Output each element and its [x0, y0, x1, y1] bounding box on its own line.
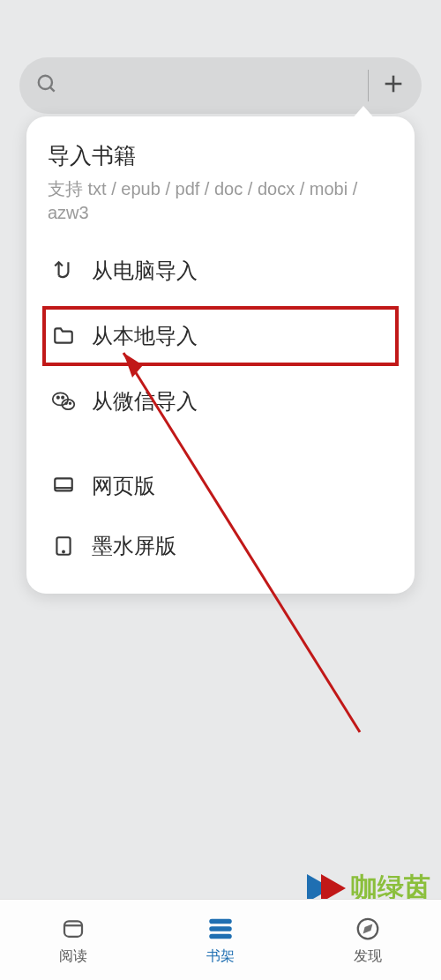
monitor-icon [51, 475, 76, 497]
svg-line-1 [50, 87, 55, 92]
svg-point-6 [57, 396, 59, 398]
nav-read[interactable]: 阅读 [59, 914, 87, 966]
option-label: 网页版 [92, 472, 155, 500]
add-icon[interactable] [381, 71, 406, 101]
svg-point-0 [39, 76, 52, 89]
popover-title: 导入书籍 [48, 141, 393, 170]
option-label: 从微信导入 [92, 387, 198, 415]
import-popover: 导入书籍 支持 txt / epub / pdf / doc / docx / … [26, 116, 415, 594]
discover-icon [355, 914, 381, 944]
shelf-icon [206, 914, 235, 944]
nav-discover[interactable]: 发现 [354, 914, 382, 966]
svg-marker-21 [364, 925, 371, 932]
nav-label: 书架 [206, 947, 235, 966]
svg-rect-10 [55, 478, 72, 490]
read-icon [59, 914, 87, 944]
option-web-version[interactable]: 网页版 [48, 456, 393, 516]
option-label: 从本地导入 [92, 322, 198, 350]
option-import-local[interactable]: 从本地导入 [42, 306, 399, 366]
folder-icon [51, 325, 76, 348]
svg-rect-18 [209, 926, 232, 931]
nav-label: 阅读 [59, 947, 87, 966]
svg-rect-16 [64, 921, 82, 937]
popover-subtitle: 支持 txt / epub / pdf / doc / docx / mobi … [48, 177, 393, 225]
nav-label: 发现 [354, 947, 382, 966]
search-input[interactable] [69, 76, 363, 96]
wechat-icon [51, 390, 76, 413]
watermark-shape-2 [321, 874, 346, 902]
tablet-icon [51, 535, 76, 557]
option-label: 墨水屏版 [92, 532, 176, 560]
search-icon[interactable] [35, 72, 58, 99]
svg-point-9 [70, 402, 71, 404]
nav-shelf[interactable]: 书架 [206, 914, 235, 966]
svg-point-7 [62, 396, 64, 398]
popover-arrow [351, 106, 376, 120]
svg-point-13 [63, 551, 64, 553]
option-import-wechat[interactable]: 从微信导入 [48, 371, 393, 431]
svg-point-8 [65, 402, 67, 404]
svg-rect-19 [209, 934, 232, 939]
option-import-computer[interactable]: 从电脑导入 [48, 241, 393, 301]
bottom-nav: 阅读 书架 发现 [0, 899, 441, 980]
option-eink-version[interactable]: 墨水屏版 [48, 516, 393, 576]
divider [368, 70, 369, 101]
computer-import-icon [51, 259, 76, 282]
option-label: 从电脑导入 [92, 257, 198, 285]
svg-rect-17 [209, 919, 232, 924]
